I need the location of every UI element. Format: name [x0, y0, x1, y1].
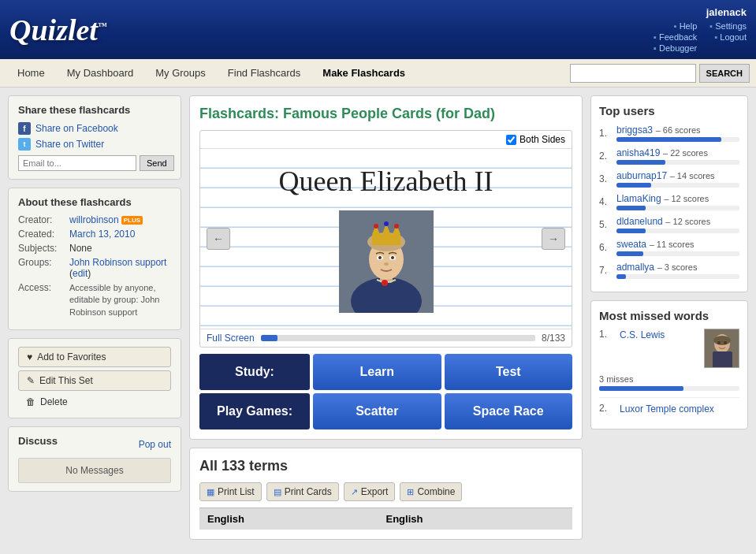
print-cards-button[interactable]: ▤ Print Cards: [266, 482, 339, 501]
missed-rank-2: 2.: [599, 403, 613, 414]
access-value: Accessible by anyone, editable by group:…: [69, 282, 171, 318]
feedback-link[interactable]: Feedback: [654, 32, 697, 42]
top-users-section: Top users 1. briggsa3 – 66 scores 2. ani…: [590, 95, 748, 292]
scatter-button[interactable]: Scatter: [313, 393, 441, 429]
combine-button[interactable]: ⊞ Combine: [400, 482, 462, 501]
export-label: Export: [361, 486, 389, 497]
user-bar: [616, 137, 721, 142]
user-score: – 66 scores: [656, 125, 701, 135]
user-score: – 11 scores: [650, 240, 695, 249]
missed-name-link[interactable]: C.S. Lewis: [620, 329, 665, 340]
export-icon: ↗: [351, 487, 358, 497]
missed-portrait-svg: [705, 329, 739, 368]
study-grid: Study: Learn Test: [199, 354, 572, 390]
user-name-link[interactable]: admallya: [616, 262, 654, 273]
user-name-link[interactable]: dldanelund: [616, 216, 663, 227]
share-facebook-link[interactable]: f Share on Facebook: [18, 122, 171, 135]
search-input[interactable]: [570, 64, 696, 83]
nav-my-groups[interactable]: My Groups: [144, 61, 217, 85]
creator-link[interactable]: willrobinson: [69, 214, 119, 225]
user-name-link[interactable]: anisha419: [616, 147, 660, 158]
actions-section: ♥ Add to Favorites ✎ Edit This Set 🗑 Del…: [8, 338, 181, 418]
progress-text: 8/133: [542, 333, 565, 344]
edit-set-button[interactable]: ✎ Edit This Set: [18, 370, 171, 391]
plus-badge: PLUS: [121, 216, 143, 225]
col2-header: English: [386, 513, 565, 525]
user-name-link[interactable]: auburnap17: [616, 170, 667, 181]
subjects-row: Subjects: None: [18, 243, 171, 254]
nav-home[interactable]: Home: [6, 61, 56, 85]
progress-bar-container: [261, 335, 535, 341]
user-bar-container: [616, 183, 739, 188]
missed-info: C.S. Lewis: [620, 329, 698, 340]
user-name-link[interactable]: LlamaKing: [616, 193, 661, 204]
no-messages: No Messages: [18, 458, 171, 483]
search-button[interactable]: SEARCH: [699, 64, 750, 83]
user-score: – 12 scores: [664, 194, 709, 203]
missed-info-2: Luxor Temple complex: [620, 403, 739, 415]
share-twitter-link[interactable]: t Share on Twitter: [18, 138, 171, 151]
export-button[interactable]: ↗ Export: [344, 482, 396, 501]
groups-edit-link[interactable]: edit: [73, 268, 88, 279]
missed-name-link-2[interactable]: Luxor Temple complex: [620, 403, 714, 415]
user-bar: [616, 206, 646, 210]
created-link[interactable]: March 13, 2010: [69, 229, 135, 240]
nav-dashboard[interactable]: My Dashboard: [56, 61, 145, 85]
next-card-button[interactable]: →: [542, 228, 565, 250]
nav-make-flashcards[interactable]: Make Flashcards: [311, 61, 416, 85]
created-value: March 13, 2010: [69, 229, 135, 240]
add-favorites-button[interactable]: ♥ Add to Favorites: [18, 347, 171, 367]
missed-item-2: 2. Luxor Temple complex: [599, 403, 739, 415]
prev-card-button[interactable]: ←: [207, 228, 230, 250]
user-bar: [616, 183, 651, 188]
missed-rank: 1.: [599, 329, 613, 340]
user-score: – 22 scores: [663, 148, 708, 158]
separator: [599, 397, 739, 398]
delete-button[interactable]: 🗑 Delete: [18, 394, 76, 410]
progress-fill: [261, 335, 277, 341]
logout-link[interactable]: Logout: [709, 32, 747, 42]
top-user-row: 2. anisha419 – 22 scores: [599, 147, 739, 165]
logo[interactable]: Quizlet™: [9, 13, 107, 47]
terms-actions: ▦ Print List ▤ Print Cards ↗ Export ⊞ Co…: [199, 482, 572, 501]
pop-out-link[interactable]: Pop out: [139, 439, 171, 450]
user-info: auburnap17 – 14 scores: [616, 169, 739, 188]
top-user-row: 4. LlamaKing – 12 scores: [599, 192, 739, 210]
nav-find-flashcards[interactable]: Find Flashcards: [217, 61, 311, 85]
svg-point-22: [713, 336, 731, 345]
space-race-button[interactable]: Space Race: [445, 393, 573, 429]
share-twitter-label: Share on Twitter: [35, 139, 104, 150]
learn-button[interactable]: Learn: [313, 354, 441, 390]
help-link[interactable]: Help: [654, 21, 697, 31]
groups-value: John Robinson support (edit): [69, 257, 171, 279]
full-screen-link[interactable]: Full Screen: [207, 333, 255, 344]
user-rank: 6.: [599, 242, 613, 253]
terms-header-row: English English: [199, 508, 572, 530]
svg-point-15: [378, 256, 382, 259]
missed-bar-container: [599, 386, 739, 391]
user-name-link[interactable]: sweata: [616, 239, 646, 250]
send-button[interactable]: Send: [140, 155, 174, 171]
debugger-link[interactable]: Debugger: [654, 43, 697, 53]
email-input[interactable]: [18, 155, 136, 171]
user-name-link[interactable]: briggsa3: [616, 125, 653, 136]
share-facebook-label: Share on Facebook: [35, 123, 118, 134]
combine-icon: ⊞: [407, 487, 414, 497]
logo-text: Quizlet: [9, 13, 98, 46]
main: Share these flashcards f Share on Facebo…: [0, 87, 756, 554]
missed-count: 3 misses: [599, 374, 739, 384]
both-sides-checkbox[interactable]: [506, 135, 516, 145]
test-button[interactable]: Test: [445, 354, 573, 390]
delete-label: Delete: [40, 396, 68, 407]
settings-link[interactable]: Settings: [709, 21, 747, 31]
discuss-header: Discuss Pop out: [18, 435, 171, 453]
print-list-button[interactable]: ▦ Print List: [199, 482, 262, 501]
about-title: About these flashcards: [18, 196, 171, 208]
header-link-group-left: Help Feedback Debugger: [654, 21, 697, 53]
print-list-icon: ▦: [207, 487, 214, 497]
flashcard-title-prefix: Flashcards:: [199, 106, 279, 121]
svg-point-24: [724, 341, 727, 344]
groups-link[interactable]: John Robinson support: [69, 257, 166, 268]
missed-bar: [599, 386, 683, 391]
card-image: [339, 210, 434, 313]
